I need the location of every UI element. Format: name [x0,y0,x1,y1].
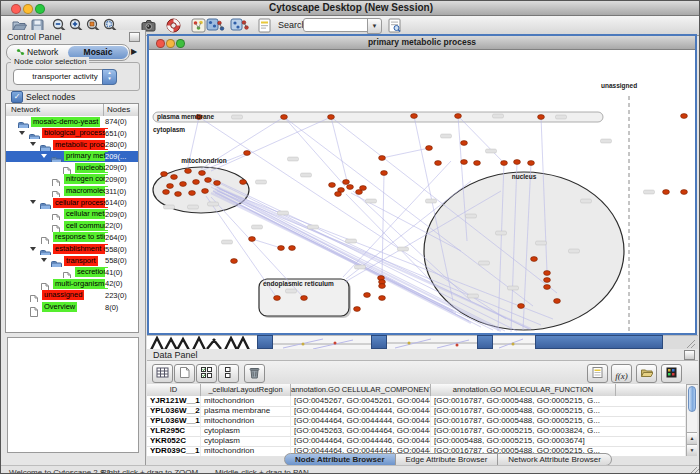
zoom-button[interactable] [35,4,45,14]
tree-row-mosaic-demo-yeast[interactable]: mosaic-demo-yeast874(0) [6,116,138,128]
table-cell: [GO:0016787, GO:0005488, GO:0005215, G..… [431,396,686,406]
tree-node-label: transport [64,256,98,266]
table-col-3[interactable]: annotation.GO MOLECULAR_FUNCTION [431,384,616,396]
manage-networks-icon[interactable] [206,17,223,34]
table-cell: [GO:0045263, GO:0044464, GO:0044455, G..… [291,426,431,436]
table-col-2[interactable]: annotation.GO CELLULAR_COMPONENT [291,384,431,396]
disclosure-triangle-icon[interactable] [41,258,47,262]
tree-row-cellular-metabo[interactable]: cellular metabo209(0) [6,209,138,221]
network-overlay-icon[interactable] [230,17,247,34]
search-dropdown-icon[interactable]: ▼ [367,18,382,34]
delete-attribute-icon[interactable] [244,364,265,383]
disclosure-triangle-icon[interactable] [19,131,25,135]
table-scrollbar[interactable]: ▲ ▼ [686,385,697,456]
scroll-up-icon[interactable]: ▲ [687,432,697,444]
svg-text:cytoplasm: cytoplasm [153,126,185,134]
tree-col-network[interactable]: Network [11,105,40,114]
table-col-0[interactable]: ID [147,384,201,396]
dropdown-stepper-icon[interactable]: ▲▼ [102,69,117,85]
minimize-button[interactable] [23,4,33,14]
status-zoom-hint: Right-click + drag to ZOOM [101,468,198,474]
tree-row-nucleobase-[interactable]: nucleobase-209(0) [6,162,138,174]
tree-row-metabolic-process[interactable]: metabolic process280(0) [6,139,138,151]
tree-row-multi-organism-pro[interactable]: multi-organism pro42(0) [6,278,138,290]
disclosure-triangle-icon[interactable] [30,142,36,146]
resize-grip-icon[interactable] [689,467,699,474]
tree-node-count: 264(0) [105,233,138,242]
function-builder-icon[interactable]: f(x) [611,364,632,383]
background-window-edge[interactable] [535,335,663,349]
tree-row-response-to-stimulu[interactable]: response to stimulu264(0) [6,232,138,244]
table-col-1[interactable]: _cellularLayoutRegion [201,384,291,396]
background-window-pane[interactable] [273,335,371,349]
tree-row-macromolecule[interactable]: macromolecule311(0) [6,186,138,198]
tree-row-secretion[interactable]: secretion41(0) [6,267,138,279]
background-window-pane[interactable] [493,335,535,349]
tree-node-label: macromolecule [64,186,108,196]
create-attribute-icon[interactable] [174,364,195,383]
tree-row-cell-communicat[interactable]: cell communicat22(0) [6,220,138,232]
matrix-icon[interactable] [218,364,239,383]
tree-node-count: 558(0) [105,245,138,254]
tree-row-nitrogen-compo[interactable]: nitrogen compo209(0) [6,174,138,186]
float-panel-icon[interactable] [129,32,140,42]
svg-text:nucleus: nucleus [512,173,537,180]
table-cell: plasma membrane [201,406,291,416]
attribute-batch-icon[interactable] [196,364,217,383]
disclosure-triangle-icon[interactable] [41,154,47,158]
import-attributes-icon[interactable] [636,364,657,383]
scrollbar-thumb[interactable] [688,386,696,412]
birds-eye-view[interactable] [7,337,139,453]
select-attributes-icon[interactable] [152,364,173,383]
tree-row-establishment-of-lo[interactable]: establishment of lo558(0) [6,244,138,256]
view-window-titlebar[interactable]: primary metabolic process [149,36,695,50]
attribute-search-icon[interactable] [386,17,403,34]
strip-corner [663,335,698,349]
view-zoom-button[interactable] [176,39,185,48]
table-cell: cytoplasm [201,426,291,436]
table-cell: YKR052C [147,436,201,446]
cytoscape-window: Cytoscape Desktop (New Session) Search: [0,0,700,474]
vizmapper-icon[interactable] [190,17,207,34]
tree-node-count: 8(0) [105,303,138,312]
view-close-button[interactable] [156,39,165,48]
disclosure-triangle-icon[interactable] [30,247,36,251]
app-titlebar: Cytoscape Desktop (New Session) [1,1,700,16]
tree-row-biological-process[interactable]: biological_process651(0) [6,128,138,140]
tree-node-label: metabolic process [53,140,108,150]
tree-row-transport[interactable]: transport558(0) [6,255,138,267]
background-window-edge[interactable] [371,335,387,349]
tree-row-overview[interactable]: Overview8(0) [6,302,138,314]
annotations-icon[interactable] [256,17,273,34]
tree-row-unassigned[interactable]: unassigned223(0) [6,290,138,302]
scroll-down-icon[interactable]: ▼ [687,444,697,456]
table-cell: [GO:0016787, GO:0005215, GO:0003824, G..… [431,426,686,436]
tree-node-label: cellular metabo [64,209,108,219]
background-window-art [147,335,257,349]
view-minimize-button[interactable] [166,39,175,48]
matrix-view-icon[interactable] [661,364,682,383]
network-canvas[interactable]: plasma membranecytoplasmmitochondrionnuc… [149,49,695,333]
disclosure-triangle-icon[interactable] [30,200,36,204]
attribute-report-icon[interactable] [587,364,608,383]
file-icon [29,303,38,321]
table-cell: [GO:0044464, GO:0044444, GO:0044425, G..… [291,406,431,416]
help-icon[interactable] [165,17,182,34]
background-window-pane[interactable] [387,335,477,349]
float-panel-icon[interactable] [684,350,695,360]
background-window-edge[interactable] [477,335,493,349]
tree-row-cellular-process[interactable]: cellular process614(0) [6,197,138,209]
tree-col-nodes[interactable]: Nodes [107,105,130,114]
background-window-edge[interactable] [257,335,273,349]
tree-node-label: mosaic-demo-yeast [31,117,100,127]
tree-node-count: 223(0) [105,291,138,300]
tree-row-primary-metabo[interactable]: primary metabo209(... [6,151,138,163]
tab-overflow-arrow-icon[interactable]: ▶ [131,47,137,56]
close-button[interactable] [11,4,21,14]
select-nodes-checkbox[interactable]: ✓ [11,91,23,103]
data-panel: Data Panel f(x) ID_cellularLayoutRegio [147,349,698,456]
tree-node-label: Overview [42,302,77,312]
table-cell: [GO:0016787, GO:0005488, GO:0005215, G..… [431,406,686,416]
table-cell: mitochondrion [201,396,291,406]
search-input[interactable] [303,18,371,32]
